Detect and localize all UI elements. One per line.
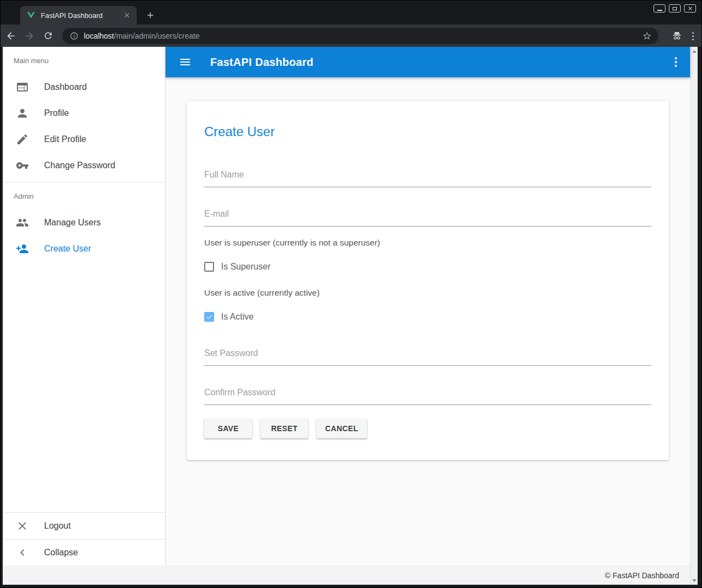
full-name-input[interactable]: [204, 170, 651, 187]
sidebar-item-collapse[interactable]: Collapse: [3, 540, 165, 566]
check-icon: [205, 313, 213, 321]
active-checkbox[interactable]: [204, 312, 214, 322]
person-icon: [16, 107, 29, 120]
superuser-checkbox-label[interactable]: Is Superuser: [221, 262, 271, 272]
close-icon: [16, 519, 29, 532]
url-text: localhost/main/admin/users/create: [84, 32, 642, 40]
page-title: Create User: [204, 124, 651, 139]
sidebar-item-label: Create User: [44, 244, 91, 254]
scroll-up-arrow-icon[interactable]: [691, 48, 698, 54]
dashboard-icon: [16, 81, 29, 94]
person-add-icon: [16, 242, 29, 255]
address-bar[interactable]: localhost/main/admin/users/create: [62, 28, 658, 44]
chevron-left-icon: [16, 546, 29, 559]
create-user-card: Create User User is superuser (currently…: [187, 101, 669, 460]
browser-menu-icon[interactable]: [692, 32, 694, 40]
window-controls: [654, 4, 696, 13]
browser-tab[interactable]: FastAPI Dashboard: [20, 6, 137, 24]
tab-close-icon[interactable]: [123, 11, 131, 20]
app-bar: FastAPI Dashboard: [166, 47, 690, 77]
new-tab-button[interactable]: [144, 9, 156, 21]
forward-icon[interactable]: [21, 28, 38, 44]
sidebar-item-profile[interactable]: Profile: [3, 100, 165, 126]
pencil-icon: [16, 133, 29, 146]
full-name-field: [204, 170, 651, 187]
browser-titlebar: FastAPI Dashboard: [1, 1, 701, 24]
sidebar-item-label: Collapse: [44, 548, 78, 558]
sidebar-item-label: Edit Profile: [44, 134, 86, 144]
active-hint: User is active (currently active): [204, 288, 651, 298]
sidebar-item-logout[interactable]: Logout: [3, 513, 165, 539]
sidebar-section-header-main-menu: Main menu: [3, 47, 165, 74]
set-password-field: [204, 348, 651, 366]
sidebar-section-header-admin: Admin: [3, 182, 165, 210]
sidebar-item-dashboard[interactable]: Dashboard: [3, 74, 165, 100]
bookmark-star-icon[interactable]: [642, 31, 652, 41]
sidebar-item-label: Profile: [44, 108, 69, 118]
browser-window: FastAPI Dashboard: [0, 0, 702, 588]
sidebar-item-create-user[interactable]: Create User: [3, 236, 165, 262]
superuser-checkbox-row: Is Superuser: [204, 262, 651, 272]
reset-button[interactable]: RESET: [260, 419, 308, 438]
sidebar-item-edit-profile[interactable]: Edit Profile: [3, 126, 165, 152]
sidebar-item-label: Change Password: [44, 161, 115, 170]
active-checkbox-label[interactable]: Is Active: [221, 312, 254, 322]
back-icon[interactable]: [3, 28, 19, 44]
page-scrollbar[interactable]: [690, 47, 698, 585]
incognito-icon: [672, 31, 682, 41]
close-window-button[interactable]: [684, 4, 696, 13]
sidebar-item-label: Logout: [44, 521, 71, 531]
copyright-text: © FastAPI Dashboard: [605, 571, 679, 580]
hamburger-menu-icon[interactable]: [179, 56, 192, 69]
confirm-password-input[interactable]: [204, 388, 651, 405]
url-host: localhost: [84, 32, 114, 40]
group-icon: [16, 216, 29, 229]
site-info-icon[interactable]: [70, 32, 78, 40]
confirm-password-field: [204, 388, 651, 405]
active-checkbox-row: Is Active: [204, 312, 651, 322]
key-icon: [16, 159, 29, 172]
sidebar-item-change-password[interactable]: Change Password: [3, 152, 165, 179]
app-title: FastAPI Dashboard: [210, 56, 314, 69]
save-button[interactable]: SAVE: [204, 419, 252, 438]
sidebar-item-label: Manage Users: [44, 218, 101, 228]
cancel-button[interactable]: CANCEL: [316, 419, 367, 438]
sidebar-item-manage-users[interactable]: Manage Users: [3, 210, 165, 236]
reload-icon[interactable]: [40, 28, 56, 44]
minimize-button[interactable]: [654, 4, 666, 13]
sidebar-item-label: Dashboard: [44, 82, 87, 92]
page-footer: © FastAPI Dashboard: [3, 566, 690, 585]
email-input[interactable]: [204, 209, 651, 226]
sidebar-bottom: Logout Collapse: [3, 512, 165, 566]
url-path: /main/admin/users/create: [114, 32, 199, 40]
superuser-hint: User is superuser (currently is not a su…: [204, 238, 651, 248]
browser-toolbar: localhost/main/admin/users/create: [1, 24, 701, 47]
maximize-button[interactable]: [669, 4, 681, 13]
scroll-down-arrow-icon[interactable]: [691, 577, 698, 584]
app-menu-icon[interactable]: [675, 57, 677, 67]
main-content: Create User User is superuser (currently…: [166, 77, 690, 566]
vue-favicon-icon: [27, 11, 35, 19]
superuser-checkbox[interactable]: [204, 262, 214, 272]
email-field: [204, 209, 651, 226]
sidebar: Main menu Dashboard Profile Edit Profile: [3, 47, 166, 566]
page-viewport: Main menu Dashboard Profile Edit Profile: [3, 47, 698, 585]
set-password-input[interactable]: [204, 348, 651, 366]
tab-title: FastAPI Dashboard: [41, 11, 123, 20]
form-actions: SAVE RESET CANCEL: [204, 419, 651, 438]
